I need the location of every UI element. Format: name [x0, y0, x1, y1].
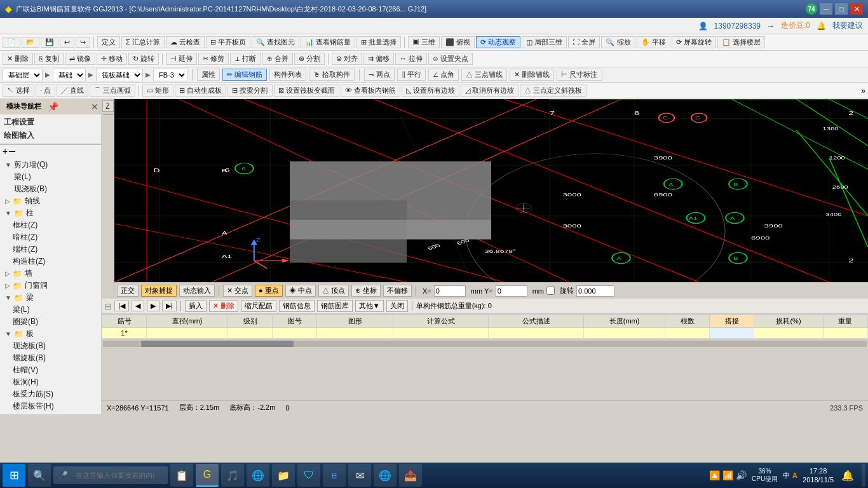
- parallel-btn[interactable]: ∥ 平行: [397, 69, 426, 81]
- phone-number[interactable]: 13907298339: [714, 22, 761, 30]
- start-button[interactable]: ⊞: [3, 464, 25, 487]
- x-input[interactable]: [434, 285, 466, 297]
- tree-frame-col[interactable]: 框柱(Z): [3, 219, 98, 231]
- snap-no-offset-btn[interactable]: 不偏移: [383, 285, 412, 297]
- rebar-close-btn[interactable]: 关闭: [386, 300, 408, 312]
- align-btn[interactable]: ⊜ 对齐: [332, 53, 362, 65]
- rotate-input[interactable]: [576, 285, 614, 297]
- app-music-btn[interactable]: 🎵: [221, 464, 244, 487]
- rebar-other-btn[interactable]: 其他▼: [355, 300, 384, 312]
- snap-midpoint-btn[interactable]: ◈ 中点: [285, 285, 316, 297]
- two-point-btn[interactable]: ⊸ 两点: [364, 69, 395, 81]
- tree-cast-slab2[interactable]: 现浇板(B): [3, 340, 98, 352]
- tree-beam[interactable]: 梁(L): [3, 171, 98, 183]
- snap-vertex-btn[interactable]: △ 顶点: [318, 285, 349, 297]
- rebar-shape[interactable]: [273, 328, 317, 339]
- open-btn[interactable]: 📂: [22, 37, 39, 48]
- define-btn[interactable]: 定义: [97, 36, 120, 48]
- sidebar-add-btn[interactable]: +: [3, 146, 8, 156]
- property-btn[interactable]: 属性: [197, 69, 220, 81]
- tree-spiral-slab[interactable]: 螺旋板(B): [3, 352, 98, 364]
- snap-orthogonal-btn[interactable]: 正交: [117, 285, 139, 297]
- line-tool-btn[interactable]: ╱ 直线: [57, 85, 88, 97]
- rebar-weight[interactable]: [823, 328, 867, 339]
- rotate-btn[interactable]: ↻ 旋转: [128, 53, 159, 65]
- sum-calc-btn[interactable]: Σ 汇总计算: [121, 36, 165, 48]
- pick-component-btn[interactable]: 🖱 拾取构件: [309, 69, 355, 81]
- component-list-btn[interactable]: 构件列表: [269, 69, 306, 81]
- rebar-nav-next-btn[interactable]: ▶: [147, 301, 159, 311]
- rebar-diameter[interactable]: [147, 328, 228, 339]
- minimize-button[interactable]: ─: [820, 3, 832, 15]
- rebar-insert-btn[interactable]: 插入: [185, 300, 207, 312]
- lang-cn-icon[interactable]: 中: [783, 471, 790, 480]
- copy-btn[interactable]: ⎘ 复制: [34, 53, 64, 65]
- trim-btn[interactable]: ✂ 修剪: [198, 53, 229, 65]
- tree-col[interactable]: ▼ 📁 柱: [3, 207, 98, 219]
- taskview-btn[interactable]: 📋: [170, 464, 193, 487]
- pan-btn[interactable]: ✋ 平移: [637, 36, 670, 48]
- new-btn[interactable]: 📄: [3, 37, 20, 48]
- tree-shear-wall[interactable]: ▼ 剪力墙(Q): [3, 159, 98, 171]
- sidebar-minus-btn[interactable]: ─: [9, 146, 15, 156]
- rebar-formula[interactable]: [393, 328, 489, 339]
- move-btn[interactable]: ✛ 移动: [97, 53, 127, 65]
- stretch-btn[interactable]: ↔ 拉伸: [395, 53, 427, 65]
- snap-coord-btn[interactable]: ⊕ 坐标: [351, 285, 381, 297]
- app-ggj-btn[interactable]: G: [196, 464, 219, 487]
- select-tool-btn[interactable]: ↖ 选择: [3, 85, 34, 97]
- tree-beam-l[interactable]: 梁(L): [3, 304, 98, 316]
- rebar-delete-btn[interactable]: ✕ 删除: [209, 300, 238, 312]
- y-input[interactable]: [496, 285, 527, 297]
- tree-slab-hole[interactable]: 板洞(H): [3, 376, 98, 388]
- set-all-slope-btn[interactable]: ◺ 设置所有边坡: [402, 85, 459, 97]
- layer-select-4[interactable]: FB-3: [153, 69, 187, 81]
- tree-beam2[interactable]: ▼ 📁 梁: [3, 292, 98, 304]
- break-btn[interactable]: ⊥ 打断: [230, 53, 261, 65]
- split-by-beam-btn[interactable]: ⊟ 按梁分割: [227, 85, 272, 97]
- undo-btn[interactable]: ↩: [60, 37, 74, 48]
- dynamic-view-btn[interactable]: ⟳ 动态观察: [476, 36, 520, 48]
- extend-btn[interactable]: ⊣ 延伸: [166, 53, 197, 65]
- 3d-btn[interactable]: ▣ 三维: [408, 36, 440, 48]
- zoom-btn[interactable]: 🔍 缩放: [601, 36, 635, 48]
- rotate-checkbox[interactable]: [546, 287, 555, 295]
- rebar-scale-btn[interactable]: 缩尺配筋: [241, 300, 276, 312]
- notice-link[interactable]: 我要建议: [832, 20, 863, 31]
- mirror-btn[interactable]: ⇌ 镜像: [65, 53, 95, 65]
- layer-select-1[interactable]: 基础层: [3, 69, 43, 81]
- snap-midweight-btn[interactable]: ● 重点: [255, 285, 283, 297]
- nav-engineering-setup[interactable]: 工程设置: [0, 116, 101, 129]
- fullscreen-btn[interactable]: ⛶ 全屏: [568, 36, 600, 48]
- set-section-btn[interactable]: ⊠ 设置筏板变截面: [274, 85, 339, 97]
- rebar-num[interactable]: 1*: [102, 328, 147, 339]
- app-explorer-btn[interactable]: 📁: [272, 464, 295, 487]
- dim-btn[interactable]: ⊢ 尺寸标注: [557, 69, 602, 81]
- merge-btn[interactable]: ⊕ 合并: [262, 53, 293, 65]
- point-tool-btn[interactable]: · 点: [36, 85, 55, 97]
- hscroll-track[interactable]: [103, 341, 867, 347]
- point-angle-btn[interactable]: ∠ 点角: [428, 69, 459, 81]
- auto-gen-plate-btn[interactable]: ⊞ 自动生成板: [175, 85, 226, 97]
- tree-struct-col[interactable]: 构造柱(Z): [3, 255, 98, 268]
- tree-slab-rebar[interactable]: 板受力筋(S): [3, 388, 98, 400]
- rebar-info-btn[interactable]: 钢筋信息: [279, 300, 315, 312]
- app-edge-btn[interactable]: 🌐: [374, 464, 397, 487]
- tree-ring-beam[interactable]: 圈梁(B): [3, 316, 98, 328]
- search-taskbar-btn[interactable]: 🔍: [28, 464, 51, 487]
- app-ie-btn[interactable]: e: [323, 464, 346, 487]
- time-block[interactable]: 17:28 2018/11/5: [803, 466, 834, 485]
- split-btn[interactable]: ⊗ 分割: [294, 53, 325, 65]
- rebar-nav-first-btn[interactable]: |◀: [114, 301, 129, 311]
- layer-select-3[interactable]: 筏板基础: [96, 69, 143, 81]
- taskbar-search-input[interactable]: [71, 466, 159, 484]
- tree-slab[interactable]: ▼ 📁 板: [3, 328, 98, 340]
- network-tray-icon[interactable]: 🔼: [709, 470, 720, 480]
- save-btn[interactable]: 💾: [41, 37, 58, 48]
- rebar-nav-prev-btn[interactable]: ◀: [132, 301, 144, 311]
- edit-rebar-btn[interactable]: ✏ 编辑钢筋: [222, 69, 267, 81]
- tree-hidden-col[interactable]: 暗柱(Z): [3, 231, 98, 243]
- volume-icon[interactable]: 🔊: [736, 470, 747, 480]
- local-3d-btn[interactable]: ◫ 局部三维: [522, 36, 567, 48]
- tree-floor-strip[interactable]: 楼层板带(H): [3, 400, 98, 412]
